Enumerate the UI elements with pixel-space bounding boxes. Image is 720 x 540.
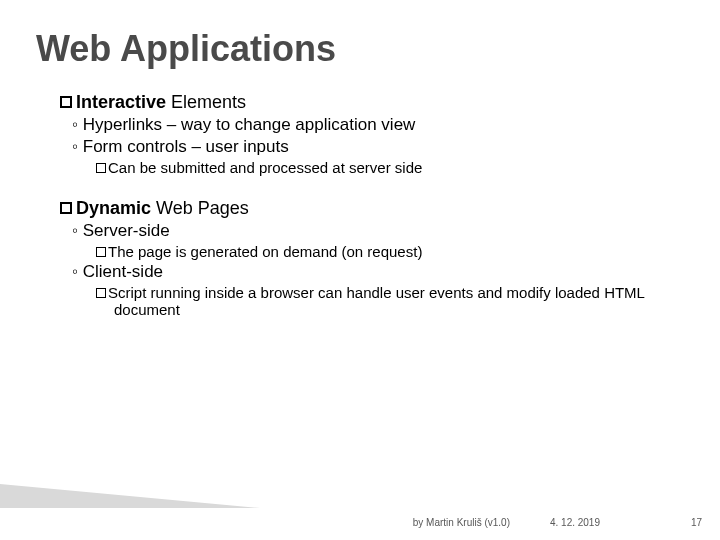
sub-sub-bullet: Can be submitted and processed at server… <box>78 159 684 176</box>
bullet-head-bold: Interactive <box>76 92 166 112</box>
sub-sub-text: The page is generated on demand (on requ… <box>108 243 422 260</box>
decorative-wedge <box>0 484 260 508</box>
bullet-head-rest: Web Pages <box>151 198 249 218</box>
square-bullet-icon <box>96 247 106 257</box>
slide: Web Applications Interactive Elements Hy… <box>0 0 720 540</box>
slide-body: Interactive Elements Hyperlinks – way to… <box>36 92 684 318</box>
sub-bullet: Client-side <box>60 262 684 282</box>
footer-byline: by Martin Kruliš (v1.0) <box>413 517 510 528</box>
sub-sub-bullet: The page is generated on demand (on requ… <box>78 243 684 260</box>
sub-sub-bullet: Script running inside a browser can hand… <box>78 284 684 318</box>
square-bullet-icon <box>60 96 72 108</box>
square-bullet-icon <box>96 163 106 173</box>
square-bullet-icon <box>96 288 106 298</box>
footer-page-number: 17 <box>691 517 702 528</box>
slide-title: Web Applications <box>36 28 684 70</box>
sub-bullet: Hyperlinks – way to change application v… <box>60 115 684 135</box>
bullet-interactive-elements: Interactive Elements <box>60 92 684 113</box>
square-bullet-icon <box>60 202 72 214</box>
sub-sub-text: Can be submitted and processed at server… <box>108 159 422 176</box>
bullet-head-bold: Dynamic <box>76 198 151 218</box>
sub-bullet: Server-side <box>60 221 684 241</box>
bullet-dynamic-web-pages: Dynamic Web Pages <box>60 198 684 219</box>
sub-sub-text: Script running inside a browser can hand… <box>108 284 644 318</box>
footer-date: 4. 12. 2019 <box>550 517 600 528</box>
bullet-head-rest: Elements <box>166 92 246 112</box>
sub-bullet: Form controls – user inputs <box>60 137 684 157</box>
